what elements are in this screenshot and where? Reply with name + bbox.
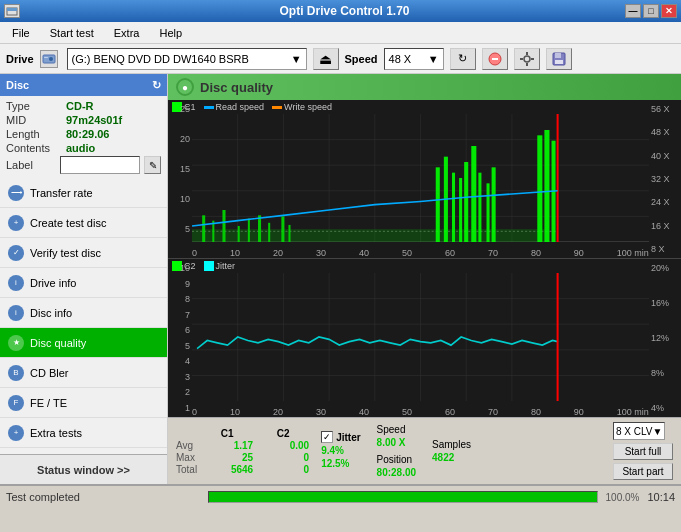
c2-col-header: C2 (257, 428, 309, 439)
sidebar-item-create-test-disc[interactable]: + Create test disc (0, 208, 167, 238)
sidebar-item-disc-quality[interactable]: ★ Disc quality (0, 328, 167, 358)
window-title: Opti Drive Control 1.70 (64, 4, 625, 18)
stats-bar: C1 C2 Avg 1.17 0.00 Max 25 0 Total 5646 … (168, 417, 681, 484)
menu-file[interactable]: File (4, 25, 38, 41)
avg-jitter-val: 9.4% (321, 445, 360, 456)
speed-section: Speed 8.00 X Position 80:28.00 (377, 424, 416, 478)
verify-test-disc-label: Verify test disc (30, 247, 101, 259)
sidebar-item-extra-tests[interactable]: + Extra tests (0, 418, 167, 448)
c1-col-header: C1 (201, 428, 253, 439)
minimize-button[interactable]: — (625, 4, 641, 18)
jitter-legend-dot (204, 261, 214, 271)
speed-label: Speed (345, 53, 378, 65)
speed-stat-label: Speed (377, 424, 416, 435)
jitter-legend-label: Jitter (216, 261, 236, 271)
close-button[interactable]: ✕ (661, 4, 677, 18)
jitter-header-label: Jitter (336, 432, 360, 443)
start-part-button[interactable]: Start part (613, 463, 673, 480)
progress-bar-fill (209, 492, 597, 502)
chart-legend: C1 Read speed Write speed (172, 102, 332, 112)
jitter-checkbox[interactable]: ✓ (321, 431, 333, 443)
drive-icon (40, 50, 58, 68)
status-text: Test completed (6, 491, 200, 503)
c2-y-axis-right: 20% 16% 12% 8% 4% (649, 259, 681, 417)
right-panel: ● Disc quality C1 Read speed (168, 74, 681, 484)
progress-percent: 100.0% (606, 492, 640, 503)
settings-button[interactable] (514, 48, 540, 70)
total-c1-val: 5646 (201, 464, 253, 475)
label-edit-button[interactable]: ✎ (144, 156, 161, 174)
disc-refresh-icon[interactable]: ↻ (152, 79, 161, 92)
chart-area: C1 Read speed Write speed 25 20 15 (168, 100, 681, 417)
speed-value: 48 X (389, 53, 412, 65)
svg-rect-30 (202, 215, 205, 242)
disc-quality-header: ● Disc quality (168, 74, 681, 100)
verify-test-disc-icon: ✓ (8, 245, 24, 261)
sidebar-item-verify-test-disc[interactable]: ✓ Verify test disc (0, 238, 167, 268)
label-input[interactable] (60, 156, 140, 174)
title-bar: Opti Drive Control 1.70 — □ ✕ (0, 0, 681, 22)
disc-info-body: Type CD-R MID 97m24s01f Length 80:29.06 … (0, 96, 167, 178)
menu-help[interactable]: Help (151, 25, 190, 41)
drive-select[interactable]: (G:) BENQ DVD DD DW1640 BSRB ▼ (67, 48, 307, 70)
contents-key: Contents (6, 142, 66, 154)
svg-rect-14 (555, 60, 563, 64)
left-panel: Disc ↻ Type CD-R MID 97m24s01f Length 80… (0, 74, 168, 484)
transfer-rate-icon: ⟶ (8, 185, 24, 201)
c2-chart: C2 Jitter 10 9 8 7 6 5 4 3 (168, 259, 681, 417)
read-speed-legend-dot (204, 106, 214, 109)
c1-y-axis-left: 25 20 15 10 5 (168, 100, 192, 258)
sidebar-item-cd-bler[interactable]: B CD Bler (0, 358, 167, 388)
position-stat-label: Position (377, 454, 416, 465)
cd-bler-icon: B (8, 365, 24, 381)
save-button[interactable] (546, 48, 572, 70)
start-full-button[interactable]: Start full (613, 443, 673, 460)
clv-option: 8 X CLV (616, 426, 653, 437)
write-speed-legend-dot (272, 106, 282, 109)
drive-bar: Drive (G:) BENQ DVD DD DW1640 BSRB ▼ ⏏ S… (0, 44, 681, 74)
progress-bar (208, 491, 598, 503)
menu-extra[interactable]: Extra (106, 25, 148, 41)
clv-select[interactable]: 8 X CLV ▼ (613, 422, 665, 440)
samples-val: 4822 (432, 452, 471, 463)
status-window-button[interactable]: Status window >> (0, 454, 167, 484)
menu-start-test[interactable]: Start test (42, 25, 102, 41)
svg-rect-9 (526, 63, 528, 66)
svg-rect-46 (487, 183, 490, 242)
position-stat-val: 80:28.00 (377, 467, 416, 478)
label-key: Label (6, 159, 56, 171)
mid-val: 97m24s01f (66, 114, 122, 126)
speed-select[interactable]: 48 X ▼ (384, 48, 444, 70)
type-val: CD-R (66, 100, 94, 112)
maximize-button[interactable]: □ (643, 4, 659, 18)
c2-y-axis-left: 10 9 8 7 6 5 4 3 2 1 (168, 259, 192, 417)
max-jitter-val: 12.5% (321, 458, 360, 469)
sidebar-item-fe-te[interactable]: F FE / TE (0, 388, 167, 418)
disc-info-icon: i (8, 305, 24, 321)
erase-button[interactable] (482, 48, 508, 70)
svg-rect-10 (520, 58, 523, 60)
sidebar-item-drive-info[interactable]: i Drive info (0, 268, 167, 298)
samples-label: Samples (432, 439, 471, 450)
transfer-rate-label: Transfer rate (30, 187, 93, 199)
c1-x-axis: 0102030405060708090100 min (192, 248, 649, 258)
refresh-button[interactable]: ↻ (450, 48, 476, 70)
disc-info-label: Disc info (30, 307, 72, 319)
drive-info-icon: i (8, 275, 24, 291)
length-key: Length (6, 128, 66, 140)
sidebar-item-disc-info[interactable]: i Disc info (0, 298, 167, 328)
drive-label: Drive (6, 53, 34, 65)
svg-rect-47 (492, 167, 496, 242)
disc-quality-label: Disc quality (30, 337, 86, 349)
sidebar-item-transfer-rate[interactable]: ⟶ Transfer rate (0, 178, 167, 208)
jitter-section: ✓ Jitter 9.4% 12.5% (321, 431, 360, 471)
controls-section: 8 X CLV ▼ Start full Start part (613, 422, 673, 480)
max-label: Max (176, 452, 197, 463)
eject-button[interactable]: ⏏ (313, 48, 339, 70)
avg-c1-val: 1.17 (201, 440, 253, 451)
window-icon (4, 4, 20, 18)
svg-rect-44 (471, 146, 476, 242)
fe-te-icon: F (8, 395, 24, 411)
disc-quality-icon: ★ (8, 335, 24, 351)
avg-c2-val: 0.00 (257, 440, 309, 451)
